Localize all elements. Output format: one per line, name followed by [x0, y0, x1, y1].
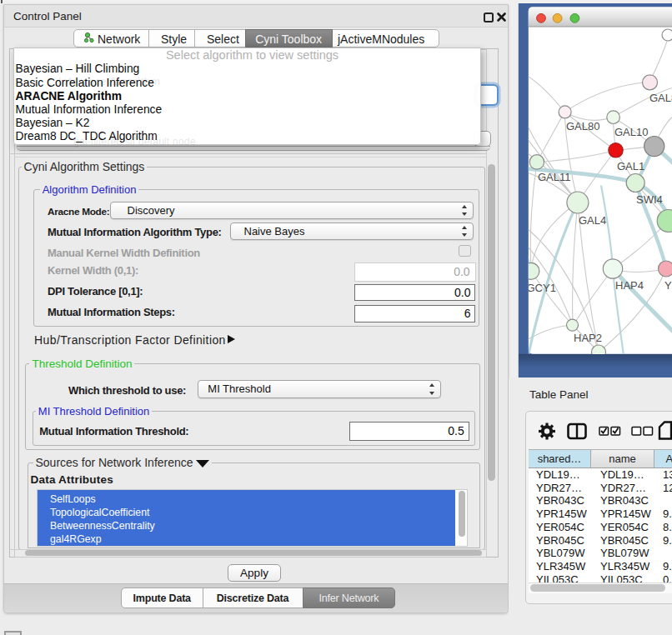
svg-text:GAL1: GAL1 [617, 160, 644, 172]
svg-text:GAL80: GAL80 [566, 119, 599, 132]
svg-text:GAL10: GAL10 [614, 125, 648, 138]
svg-text:GAL11: GAL11 [538, 170, 571, 182]
svg-text:HAP4: HAP4 [615, 279, 644, 292]
svg-text:Y: Y [664, 279, 672, 292]
svg-text:HAP2: HAP2 [574, 332, 602, 344]
svg-text:GAL4: GAL4 [579, 214, 606, 227]
svg-text:GCY1: GCY1 [527, 282, 556, 294]
svg-text:GAL8: GAL8 [649, 91, 672, 103]
svg-text:SWI4: SWI4 [636, 193, 663, 206]
